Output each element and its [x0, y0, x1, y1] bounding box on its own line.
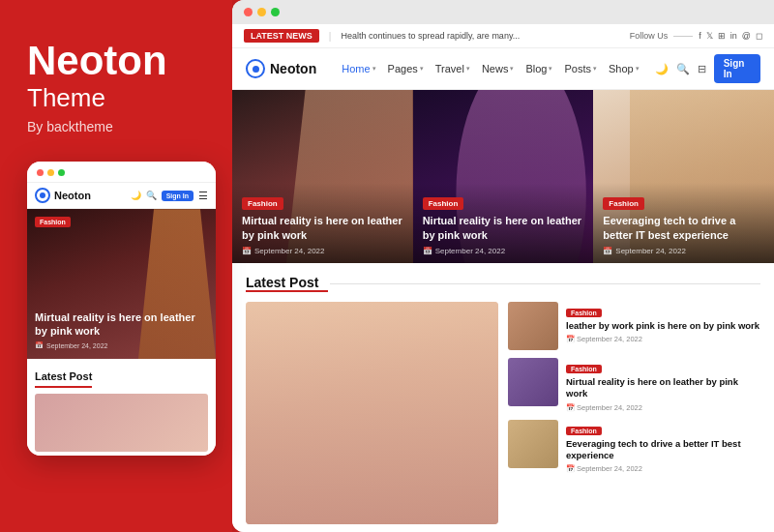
mobile-hero-date: 📅 September 24, 2022 — [35, 341, 208, 349]
mobile-hero-badge: Fashion — [35, 217, 71, 227]
nav-posts[interactable]: Posts ▾ — [564, 63, 597, 74]
mobile-logo-icon — [35, 188, 50, 203]
hero-card-1[interactable]: Fashion Mirtual reality is here on leath… — [232, 90, 413, 263]
mini-post-img-3 — [508, 420, 558, 468]
browser-dot-red — [244, 8, 253, 16]
hero-card-2[interactable]: Fashion Nirtual reality is here on leath… — [413, 90, 594, 263]
hamburger-icon[interactable]: ☰ — [198, 190, 208, 202]
moon-icon: 🌙 — [131, 191, 141, 200]
mini-post-img-1 — [508, 302, 558, 350]
ticker-separator: | — [329, 31, 332, 42]
nav-blog[interactable]: Blog ▾ — [525, 63, 552, 74]
mini-post-1[interactable]: Fashion leather by work pink is here on … — [508, 302, 760, 350]
hero-overlay-1: Fashion Mirtual reality is here on leath… — [232, 183, 413, 263]
dark-mode-icon[interactable]: 🌙 — [655, 63, 669, 75]
mobile-window-dots — [37, 169, 65, 176]
mobile-hero-title: Mirtual reality is here on leather by pi… — [35, 310, 208, 339]
browser-window-dots — [244, 8, 280, 16]
nav-home[interactable]: Home ▾ — [342, 63, 375, 74]
instagram-icon[interactable]: ◻ — [756, 31, 762, 41]
ticker-label: LATEST NEWS — [244, 29, 319, 43]
search-icon[interactable]: 🔍 — [146, 191, 157, 200]
browser-top-bar — [232, 0, 774, 24]
latest-title: Latest Post — [246, 275, 328, 292]
mini-date-3: 📅 September 24, 2022 — [566, 464, 760, 473]
facebook-icon[interactable]: f — [699, 31, 701, 41]
nav-links: Home ▾ Pages ▾ Travel ▾ News ▾ Blog ▾ Po… — [342, 63, 639, 74]
nav-shop[interactable]: Shop ▾ — [609, 63, 640, 74]
hero-badge-3: Fashion — [603, 197, 644, 210]
twitter-icon[interactable]: 𝕏 — [706, 31, 713, 41]
hero-title-3: Eeveraging tech to drive a better IT bes… — [603, 214, 764, 243]
mini-cal-1: 📅 — [566, 335, 575, 343]
mobile-hero: Fashion Mirtual reality is here on leath… — [27, 209, 216, 359]
mini-post-info-2: Fashion Nirtual reality is here on leath… — [566, 358, 760, 412]
mobile-dot-yellow — [47, 169, 54, 176]
mini-date-2: 📅 September 24, 2022 — [566, 403, 760, 412]
main-nav: Neoton Home ▾ Pages ▾ Travel ▾ News ▾ Bl… — [232, 48, 774, 90]
browser-dot-green — [271, 8, 280, 16]
left-panel: Neoton Theme By backtheme Neoton 🌙 🔍 S — [0, 0, 232, 532]
hero-date-2: 📅 September 24, 2022 — [423, 247, 584, 255]
travel-chevron: ▾ — [466, 65, 470, 73]
mobile-logo-text: Neoton — [54, 190, 91, 201]
shop-chevron: ▾ — [636, 65, 640, 73]
latest-header: Latest Post — [246, 275, 760, 292]
big-post[interactable] — [246, 302, 498, 524]
mini-cal-3: 📅 — [566, 464, 575, 473]
mini-title-1: leather by work pink is here on by pink … — [566, 320, 760, 332]
email-icon[interactable]: @ — [742, 31, 751, 41]
nav-travel[interactable]: Travel ▾ — [435, 63, 470, 74]
hero-badge-1: Fashion — [242, 197, 283, 210]
mini-cal-2: 📅 — [566, 403, 575, 412]
hero-badge-2: Fashion — [423, 197, 464, 210]
mini-post-img-2 — [508, 358, 558, 406]
latest-grid: Fashion leather by work pink is here on … — [246, 302, 760, 524]
mobile-sign-in-button[interactable]: Sign In — [162, 191, 194, 201]
nav-news[interactable]: News ▾ — [482, 63, 515, 74]
nav-right: 🌙 🔍 ⊟ Sign In — [655, 54, 760, 83]
mobile-dot-green — [58, 169, 65, 176]
mini-post-3[interactable]: Fashion Eeveraging tech to drive a bette… — [508, 420, 760, 474]
mobile-latest-image — [35, 394, 208, 452]
brand-title: Neoton — [27, 39, 205, 83]
home-chevron: ▾ — [372, 65, 376, 73]
hero-overlay-2: Fashion Nirtual reality is here on leath… — [413, 183, 594, 263]
calendar-icon-1: 📅 — [242, 247, 252, 255]
nav-logo-icon — [246, 59, 265, 78]
nav-bookmark-icon[interactable]: ⊟ — [698, 63, 706, 75]
mini-badge-1: Fashion — [566, 309, 602, 317]
big-post-person — [246, 302, 498, 524]
news-chevron: ▾ — [510, 65, 514, 73]
mobile-mockup: Neoton 🌙 🔍 Sign In ☰ Fashion Mirtual rea… — [27, 162, 216, 456]
brand-by: By backtheme — [27, 119, 205, 134]
pages-chevron: ▾ — [420, 65, 424, 73]
mobile-latest-title: Latest Post — [35, 370, 92, 388]
linkedin-icon[interactable]: in — [730, 31, 737, 41]
mobile-dot-red — [37, 169, 44, 176]
nav-logo[interactable]: Neoton — [246, 59, 316, 78]
hero-grid: Fashion Mirtual reality is here on leath… — [232, 90, 774, 263]
mobile-nav: Neoton 🌙 🔍 Sign In ☰ — [27, 183, 216, 209]
right-posts: Fashion leather by work pink is here on … — [508, 302, 760, 524]
nav-logo-text: Neoton — [270, 61, 316, 76]
mini-post-info-3: Fashion Eeveraging tech to drive a bette… — [566, 420, 760, 474]
nav-sign-in-button[interactable]: Sign In — [714, 54, 760, 83]
hero-card-3[interactable]: Fashion Eeveraging tech to drive a bette… — [593, 90, 774, 263]
mobile-latest-section: Latest Post — [27, 359, 216, 456]
browser-content: LATEST NEWS | Health continues to spread… — [232, 24, 774, 532]
mini-post-2[interactable]: Fashion Nirtual reality is here on leath… — [508, 358, 760, 412]
mini-date-1: 📅 September 24, 2022 — [566, 335, 760, 343]
rss-icon[interactable]: ⊞ — [718, 31, 726, 41]
calendar-icon-3: 📅 — [603, 247, 612, 255]
calendar-icon: 📅 — [35, 341, 44, 349]
posts-chevron: ▾ — [593, 65, 597, 73]
follow-label: Follow Us — [630, 31, 669, 41]
mobile-hero-text: Mirtual reality is here on leather by pi… — [35, 310, 208, 350]
nav-pages[interactable]: Pages ▾ — [388, 63, 424, 74]
nav-search-icon[interactable]: 🔍 — [676, 63, 690, 75]
mini-title-2: Nirtual reality is here on leather by pi… — [566, 376, 760, 400]
browser-panel: LATEST NEWS | Health continues to spread… — [232, 0, 774, 532]
hero-title-2: Nirtual reality is here on leather by pi… — [423, 214, 584, 243]
mini-badge-2: Fashion — [566, 365, 602, 373]
